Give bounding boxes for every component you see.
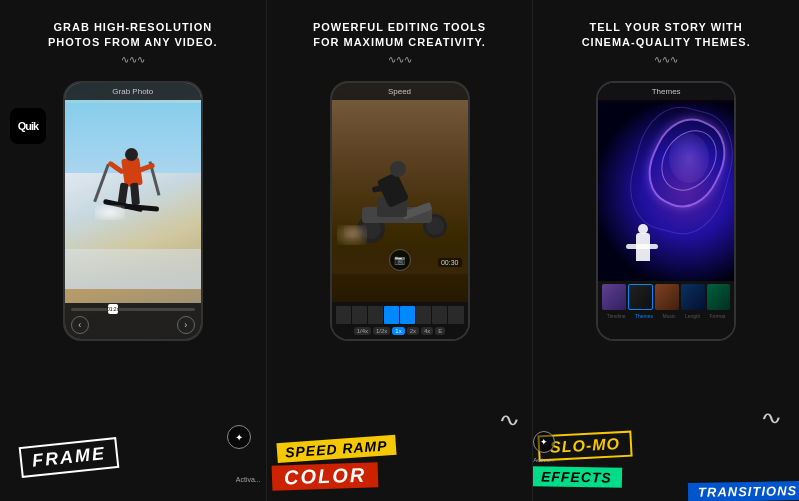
- app-container: Quik GRAB HIGH-RESOLUTION PHOTOS FROM AN…: [0, 0, 799, 501]
- camera-icon[interactable]: 📷: [389, 249, 411, 271]
- feature-speed: POWERFUL EDITING TOOLS FOR MAXIMUM CREAT…: [266, 0, 534, 501]
- star-icon: ✦: [227, 425, 251, 449]
- speed-btn-half[interactable]: 1/2x: [373, 327, 390, 335]
- theme-thumb-2[interactable]: [628, 284, 654, 310]
- phone3-bottom: Timeline Themes Music Length Format: [598, 281, 734, 339]
- phone2-controls: 1/4x 1/2x 1x 2x 4x E: [332, 302, 468, 339]
- sticker-frame: FRAME: [19, 437, 120, 478]
- theme-nav: Timeline Themes Music Length Format: [602, 313, 730, 319]
- col3-sticker-area: SLO-MO EFFECTS TRANSITIONS ∿ ✦ Activa...: [533, 411, 799, 501]
- speed-btn-4x[interactable]: 4x: [421, 327, 433, 335]
- theme-thumb-1[interactable]: [602, 284, 626, 310]
- sticker-color: COLOR: [271, 462, 378, 491]
- theme-thumbnails: [602, 284, 730, 310]
- tab-length[interactable]: Length: [685, 313, 700, 319]
- sticker-transitions: TRANSITIONS: [688, 481, 799, 501]
- tab-music[interactable]: Music: [662, 313, 675, 319]
- phone1-controls: 01:2s ‹ ›: [65, 303, 201, 339]
- phone2-header: Speed: [332, 83, 468, 100]
- speed-btn-2x[interactable]: 2x: [407, 327, 419, 335]
- phone-grab-photo: Grab Photo: [63, 81, 203, 341]
- features-section: GRAB HIGH-RESOLUTION PHOTOS FROM ANY VID…: [0, 0, 799, 501]
- feature-title-3: TELL YOUR STORY WITH CINEMA-QUALITY THEM…: [567, 20, 766, 67]
- filmstrip: [336, 306, 464, 324]
- timeline-thumb[interactable]: 01:2s: [108, 304, 118, 314]
- tab-themes[interactable]: Themes: [635, 313, 653, 319]
- activate-label-1: Activa...: [236, 476, 261, 483]
- next-arrow[interactable]: ›: [177, 316, 195, 334]
- feature-title-1: GRAB HIGH-RESOLUTION PHOTOS FROM ANY VID…: [33, 20, 233, 67]
- phone1-header: Grab Photo: [65, 83, 201, 100]
- col2-sticker-area: SPEED RAMP COLOR ∿: [267, 411, 533, 501]
- speed-btn-quarter[interactable]: 1/4x: [354, 327, 371, 335]
- speed-btn-e[interactable]: E: [435, 327, 445, 335]
- feature-themes: TELL YOUR STORY WITH CINEMA-QUALITY THEM…: [533, 0, 799, 501]
- theme-thumb-4[interactable]: [681, 284, 705, 310]
- quik-logo: Quik: [10, 108, 46, 144]
- theme-thumb-3[interactable]: [655, 284, 679, 310]
- prev-arrow[interactable]: ‹: [71, 316, 89, 334]
- sticker-effects: EFFECTS: [533, 466, 622, 488]
- time-display: 00:30: [438, 258, 462, 267]
- tab-format[interactable]: Format: [710, 313, 726, 319]
- tab-timeline[interactable]: Timeline: [607, 313, 626, 319]
- activate-label-3: Activa...: [533, 457, 554, 463]
- sticker-speed-ramp: SPEED RAMP: [276, 435, 396, 463]
- theme-thumb-5[interactable]: [707, 284, 731, 310]
- speed-btn-1x[interactable]: 1x: [392, 327, 404, 335]
- phone3-header: Themes: [598, 83, 734, 100]
- feature-grab-photo: GRAB HIGH-RESOLUTION PHOTOS FROM ANY VID…: [0, 0, 266, 501]
- speed-controls: 1/4x 1/2x 1x 2x 4x E: [336, 327, 464, 335]
- phone-themes: Themes: [596, 81, 736, 341]
- col1-sticker-area: FRAME ✦ Activa...: [0, 416, 266, 501]
- feature-title-2: POWERFUL EDITING TOOLS FOR MAXIMUM CREAT…: [298, 20, 501, 67]
- phone-speed: Speed: [330, 81, 470, 341]
- squiggle-deco-1: ∿: [499, 411, 522, 431]
- squiggle-deco-2: ∿: [760, 411, 783, 429]
